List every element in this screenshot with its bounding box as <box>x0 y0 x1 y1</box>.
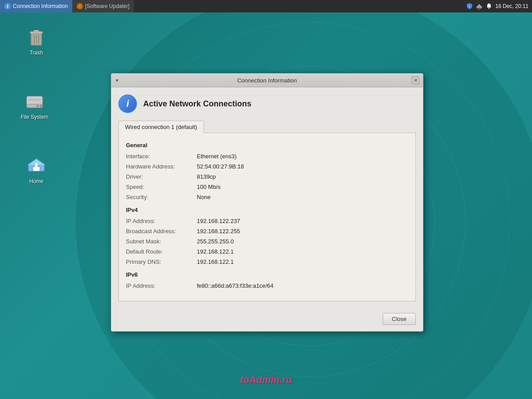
ipv6-section-title: IPv6 <box>126 271 408 278</box>
watermark: toAdmin.ru <box>240 374 292 386</box>
taskbar-info-icon: i <box>4 3 11 9</box>
subnet-label: Subnet Mask: <box>126 238 197 245</box>
network-icon[interactable] <box>476 3 483 10</box>
ipv4-section-title: IPv4 <box>126 207 408 213</box>
speed-label: Speed: <box>126 184 197 190</box>
svg-rect-15 <box>31 33 42 34</box>
shield-icon[interactable]: i <box>466 3 473 10</box>
dialog-close-x-button[interactable]: ✕ <box>411 76 419 84</box>
info-row-ipv4-ip: IP Address: 192.168.122.237 <box>126 218 408 224</box>
info-row-ipv6-ip: IP Address: fe80::a66d:a673:f33e:a1ce/64 <box>126 282 408 289</box>
dialog-heading: Active Network Connections <box>143 99 251 109</box>
info-row-primary-dns: Primary DNS: 192.168.122.1 <box>126 258 408 265</box>
svg-point-8 <box>479 9 480 10</box>
desktop-icon-filesystem[interactable]: File System <box>17 89 52 122</box>
taskbar-software-updater[interactable]: ↑ [Software Updater] <box>72 0 134 12</box>
info-row-default-route: Default Route: 192.168.122.1 <box>126 248 408 255</box>
trash-icon-img <box>26 27 47 48</box>
interface-value: Ethernet (ens3) <box>197 153 237 160</box>
filesystem-icon-label: File System <box>21 114 49 120</box>
taskbar-right: i 16 Dec, 20:11 <box>462 3 532 10</box>
ipv6-ip-label: IP Address: <box>126 282 197 289</box>
taskbar-updater-icon: ↑ <box>77 3 83 9</box>
dialog-menu-arrow[interactable]: ▼ <box>115 78 119 83</box>
taskbar-left: i Connection Information ↑ [Software Upd… <box>0 0 462 12</box>
ipv4-ip-value: 192.168.122.237 <box>197 218 240 224</box>
info-panel: General Interface: Ethernet (ens3) Hardw… <box>118 133 416 301</box>
desktop-icon-trash[interactable]: Trash <box>19 24 54 58</box>
tabs-bar: Wired connection 1 (default) <box>118 120 416 133</box>
info-row-security: Security: None <box>126 194 408 200</box>
primary-dns-label: Primary DNS: <box>126 258 197 265</box>
svg-text:i: i <box>469 5 470 8</box>
home-icon-label: Home <box>29 178 43 184</box>
broadcast-label: Broadcast Address: <box>126 228 197 235</box>
default-route-value: 192.168.122.1 <box>197 248 234 255</box>
svg-rect-11 <box>34 30 39 32</box>
trash-icon-label: Trash <box>30 50 43 56</box>
dialog-footer: Close <box>111 309 423 331</box>
taskbar-datetime: 16 Dec, 20:11 <box>495 3 528 9</box>
taskbar-connection-info[interactable]: i Connection Information <box>0 0 72 12</box>
desktop-icon-home[interactable]: Home <box>19 153 54 187</box>
info-row-subnet: Subnet Mask: 255.255.255.0 <box>126 238 408 245</box>
close-button[interactable]: Close <box>383 313 416 325</box>
dialog-titlebar: ▼ Connection Information ✕ <box>111 74 423 87</box>
driver-value: 8139cp <box>197 173 216 180</box>
info-row-broadcast: Broadcast Address: 192.168.122.255 <box>126 228 408 235</box>
general-section-title: General <box>126 142 408 149</box>
dialog-header: i Active Network Connections <box>118 94 416 113</box>
ipv6-ip-value: fe80::a66d:a673:f33e:a1ce/64 <box>197 282 274 289</box>
ipv4-ip-label: IP Address: <box>126 218 197 224</box>
taskbar: i Connection Information ↑ [Software Upd… <box>0 0 532 12</box>
taskbar-connection-info-label: Connection Information <box>13 3 68 9</box>
broadcast-value: 192.168.122.255 <box>197 228 240 235</box>
hardware-label: Hardware Address: <box>126 163 197 170</box>
tab-wired-connection[interactable]: Wired connection 1 (default) <box>118 121 204 133</box>
primary-dns-value: 192.168.122.1 <box>197 258 234 265</box>
interface-label: Interface: <box>126 153 197 160</box>
info-row-hardware: Hardware Address: 52:54:00:27:9B:18 <box>126 163 408 170</box>
info-row-driver: Driver: 8139cp <box>126 173 408 180</box>
info-row-speed: Speed: 100 Mb/s <box>126 184 408 190</box>
notification-icon[interactable] <box>485 3 493 10</box>
hardware-value: 52:54:00:27:9B:18 <box>197 163 244 170</box>
security-value: None <box>197 194 211 200</box>
speed-value: 100 Mb/s <box>197 184 220 190</box>
svg-point-22 <box>35 163 38 166</box>
svg-point-19 <box>37 105 39 107</box>
subnet-value: 255.255.255.0 <box>197 238 234 245</box>
dialog-title: Connection Information <box>123 77 411 84</box>
filesystem-icon-img <box>24 91 45 112</box>
driver-label: Driver: <box>126 173 197 180</box>
svg-rect-20 <box>28 99 41 101</box>
connection-info-dialog: ▼ Connection Information ✕ i Active Netw… <box>111 73 423 332</box>
dialog-content: i Active Network Connections Wired conne… <box>111 87 423 309</box>
svg-point-18 <box>40 105 42 107</box>
security-label: Security: <box>126 194 197 200</box>
taskbar-software-updater-label: [Software Updater] <box>85 3 129 9</box>
active-network-info-icon: i <box>118 94 137 113</box>
info-row-interface: Interface: Ethernet (ens3) <box>126 153 408 160</box>
default-route-label: Default Route: <box>126 248 197 255</box>
svg-rect-23 <box>35 166 38 168</box>
home-icon-img <box>26 155 47 176</box>
